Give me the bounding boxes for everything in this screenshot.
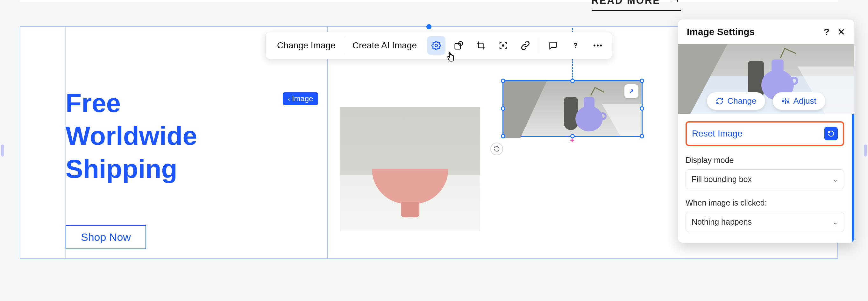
- svg-point-0: [435, 44, 437, 47]
- resize-handle-mr[interactable]: [640, 106, 644, 111]
- svg-point-3: [502, 45, 504, 46]
- chevron-down-icon: ⌄: [833, 218, 838, 226]
- change-image-button[interactable]: Change Image: [269, 36, 344, 55]
- comment-icon[interactable]: [544, 36, 562, 55]
- chevron-down-icon: ⌄: [833, 176, 838, 183]
- display-mode-label: Display mode: [686, 156, 844, 165]
- svg-point-9: [785, 100, 786, 101]
- rotate-reset-button[interactable]: [490, 142, 503, 155]
- help-icon[interactable]: [566, 36, 585, 55]
- page-edge-handle-right[interactable]: [864, 144, 867, 157]
- crop-icon[interactable]: [472, 36, 490, 55]
- purple-vase-neck: [584, 97, 594, 108]
- element-type-badge[interactable]: ‹ Image: [283, 92, 318, 105]
- create-ai-image-button[interactable]: Create AI Image: [344, 36, 425, 55]
- resize-handle-br[interactable]: [640, 134, 644, 138]
- reset-icon[interactable]: [825, 127, 838, 140]
- svg-point-6: [597, 44, 599, 46]
- dark-vase: [564, 97, 578, 130]
- hero-line-2: Worldwide: [66, 119, 197, 152]
- change-image-label: Change Image: [277, 40, 336, 51]
- resize-handle-tl[interactable]: [501, 78, 505, 83]
- svg-point-10: [787, 101, 789, 102]
- light-ray: [594, 104, 642, 136]
- more-icon[interactable]: [588, 36, 607, 55]
- hero-line-3: Shipping: [66, 153, 197, 185]
- change-image-pill[interactable]: Change: [707, 92, 765, 110]
- click-action-value: Nothing happens: [691, 217, 752, 227]
- create-ai-image-label: Create AI Image: [352, 40, 417, 51]
- panel-close-icon[interactable]: [837, 28, 845, 36]
- image-floating-toolbar: Change Image Create AI Image: [265, 32, 612, 59]
- svg-point-5: [593, 44, 595, 46]
- adjust-pill-label: Adjust: [793, 96, 816, 106]
- display-mode-value: Fill bounding box: [691, 175, 752, 184]
- bowl-stem: [401, 202, 420, 217]
- shop-now-label: Shop Now: [81, 231, 131, 243]
- click-action-label: When image is clicked:: [686, 198, 844, 207]
- link-icon[interactable]: [516, 36, 535, 55]
- panel-header: Image Settings ?: [678, 20, 854, 44]
- read-more-link[interactable]: READ MORE →: [592, 0, 681, 11]
- column-divider[interactable]: [327, 27, 328, 258]
- resize-handle-bl[interactable]: [501, 134, 505, 138]
- chevron-left-icon: ‹: [288, 95, 290, 102]
- pv-vase-neck: [772, 60, 784, 72]
- product-image-bowl[interactable]: [340, 107, 480, 231]
- panel-body: Reset Image Display mode Fill bounding b…: [678, 114, 854, 243]
- add-element-below-icon[interactable]: +: [570, 136, 575, 145]
- reset-image-label: Reset Image: [692, 129, 743, 139]
- element-type-label: Image: [292, 94, 313, 103]
- click-action-select[interactable]: Nothing happens ⌄: [686, 212, 844, 232]
- display-mode-select[interactable]: Fill bounding box ⌄: [686, 169, 844, 189]
- page-edge-handle-left[interactable]: [1, 144, 4, 157]
- read-more-label: READ MORE: [592, 0, 660, 6]
- panel-title: Image Settings: [687, 26, 755, 37]
- svg-point-7: [600, 44, 602, 46]
- shop-now-button[interactable]: Shop Now: [66, 225, 146, 249]
- hero-line-1: Free: [66, 87, 197, 119]
- expand-image-button[interactable]: [624, 84, 639, 98]
- img-shadow: [503, 81, 567, 138]
- resize-handle-tr[interactable]: [640, 78, 644, 83]
- toolbar-separator: [539, 37, 539, 54]
- selected-image-element[interactable]: +: [502, 80, 643, 137]
- panel-help-icon[interactable]: ?: [824, 26, 830, 37]
- hero-heading[interactable]: Free Worldwide Shipping: [66, 87, 197, 185]
- resize-handle-tm[interactable]: [570, 78, 575, 83]
- image-preview: Change Adjust: [678, 44, 854, 114]
- header-section-edge: [20, 0, 838, 2]
- preview-pill-row: Change Adjust: [678, 92, 854, 110]
- resize-handle-ml[interactable]: [501, 106, 505, 111]
- focal-point-icon[interactable]: [494, 36, 512, 55]
- image-settings-panel: Image Settings ? Change Adjust: [678, 19, 855, 243]
- svg-point-4: [575, 47, 576, 48]
- svg-rect-1: [455, 43, 461, 49]
- adjust-image-pill[interactable]: Adjust: [773, 92, 825, 110]
- section-top-handle[interactable]: [426, 24, 431, 29]
- mask-icon[interactable]: [449, 36, 468, 55]
- svg-point-8: [782, 101, 784, 102]
- arrow-right-icon: →: [670, 0, 681, 7]
- change-pill-label: Change: [727, 96, 756, 106]
- settings-gear-icon[interactable]: [427, 36, 445, 55]
- reset-image-row[interactable]: Reset Image: [686, 121, 844, 146]
